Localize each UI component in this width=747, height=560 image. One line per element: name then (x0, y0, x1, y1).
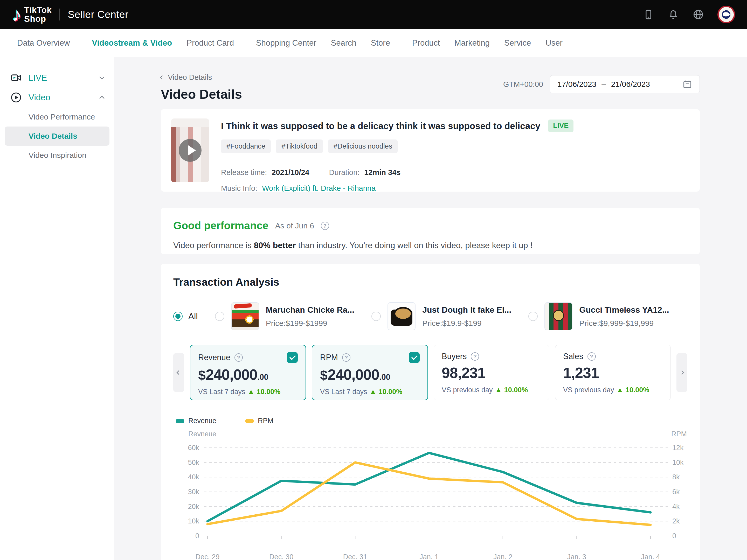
sidebar-item-video-inspiration[interactable]: Video Inspiration (0, 146, 114, 165)
account-avatar[interactable] (717, 6, 735, 23)
music-track-link[interactable]: Work (Explicit) ft. Drake - Rihanna (262, 184, 376, 193)
back-icon (160, 76, 164, 80)
nav-item-product-card[interactable]: Product Card (186, 38, 234, 48)
sidebar: LIVE Video Video Performance Video Detai… (0, 57, 114, 560)
filter-product-3[interactable]: Gucci Timeless YA12... Price:$9,999-$19,… (529, 302, 669, 330)
radio-product-3[interactable] (529, 312, 538, 321)
chevron-up-icon (99, 96, 105, 101)
svg-text:50k: 50k (188, 459, 199, 466)
metric-card-rpm[interactable]: RPM $240,000.00 VS Last 7 days 10.00% (312, 345, 428, 400)
nav-item-data-overview[interactable]: Data Overview (17, 38, 70, 48)
chart-legend: Revenue RPM (173, 417, 687, 425)
metric-change: 10.00% (379, 388, 403, 396)
nav-item-marketing[interactable]: Marketing (455, 38, 490, 48)
svg-text:Jan. 4: Jan. 4 (641, 553, 660, 560)
legend-entry-revenue[interactable]: Revenue (176, 417, 216, 425)
filter-product-2[interactable]: Just Dough It fake El... Price:$19.9-$19… (371, 302, 511, 330)
video-tags: #Fooddance #Tiktokfood #Delicious noodle… (221, 139, 689, 153)
metrics-scroll-left-button[interactable] (173, 353, 184, 392)
metric-value: 98,231 (442, 364, 541, 381)
help-icon[interactable] (342, 353, 351, 362)
music-info: Music Info: Work (Explicit) ft. Drake - … (221, 184, 689, 193)
product-name: Just Dough It fake El... (422, 305, 511, 315)
tag: #Delicious noodles (328, 139, 398, 153)
sidebar-item-video-details[interactable]: Video Details (5, 127, 109, 146)
chevron-down-icon (99, 74, 105, 80)
svg-text:10k: 10k (188, 517, 199, 525)
breadcrumb[interactable]: Video Details (161, 73, 242, 82)
help-icon[interactable] (588, 352, 596, 361)
radio-product-2[interactable] (371, 312, 381, 321)
sidebar-item-video-performance[interactable]: Video Performance (0, 107, 114, 127)
metric-value-decimals: .00 (379, 373, 390, 382)
nav-item-videostream-video[interactable]: Videostream & Video (92, 38, 172, 48)
chevron-left-icon (177, 371, 181, 375)
video-thumbnail[interactable] (171, 118, 209, 182)
metric-value-main: 240,000 (206, 366, 257, 383)
notification-bell-icon[interactable] (668, 9, 679, 20)
filter-product-1[interactable]: Maruchan Chicke Ra... Price:$199-$1999 (215, 302, 354, 330)
svg-text:Jan. 2: Jan. 2 (493, 553, 513, 560)
metric-label: Buyers (442, 352, 467, 361)
metric-checkbox-checked[interactable] (287, 352, 298, 363)
performance-rating: Good performance (173, 220, 268, 232)
nav-item-product[interactable]: Product (412, 38, 440, 48)
metric-value: $240,000.00 (198, 366, 298, 383)
sidebar-item-label: LIVE (28, 73, 47, 83)
page-head: Video Details Video Details GTM+00:00 17… (161, 73, 700, 102)
date-end: 21/06/2023 (611, 80, 650, 89)
nav-divider (401, 38, 401, 48)
video-summary-card: I Think it was supposed to be a delicacy… (161, 109, 700, 192)
svg-text:2k: 2k (672, 517, 680, 525)
nav-item-shopping-center[interactable]: Shopping Center (256, 38, 316, 48)
metric-label: RPM (320, 353, 338, 362)
nav-item-store[interactable]: Store (371, 38, 390, 48)
svg-text:RPM: RPM (671, 430, 687, 438)
help-icon[interactable] (471, 352, 479, 361)
svg-text:Dec. 31: Dec. 31 (343, 553, 367, 560)
video-play-icon (10, 92, 22, 103)
brand-bottom: Shop (24, 15, 52, 23)
duration-label: Duration: (329, 168, 360, 177)
help-icon[interactable] (234, 353, 243, 362)
nav-item-search[interactable]: Search (331, 38, 356, 48)
metrics-scroll-right-button[interactable] (676, 353, 687, 392)
metric-change: 10.00% (504, 386, 528, 394)
duration-value: 12min 34s (364, 168, 401, 177)
svg-text:4k: 4k (672, 503, 680, 510)
sidebar-item-video[interactable]: Video (0, 88, 114, 107)
date-range-picker[interactable]: 17/06/2023 – 21/06/2023 (550, 75, 700, 93)
help-icon[interactable] (321, 222, 329, 230)
metric-card-revenue[interactable]: Revenue $240,000.00 VS Last 7 days 10.00… (190, 345, 306, 400)
legend-label: Revenue (188, 417, 216, 425)
metric-card-buyers[interactable]: Buyers 98,231 VS previous day 10.00% (434, 345, 549, 400)
metric-checkbox-checked[interactable] (409, 352, 420, 363)
globe-language-icon[interactable] (693, 9, 704, 20)
chart-area: RevneueRPM60k12k50k10k40k8k30k6k20k4k10k… (173, 428, 687, 560)
metric-value-prefix: $ (320, 368, 328, 383)
app-header: ♪ TikTok Shop Seller Center (0, 0, 747, 29)
radio-product-1[interactable] (215, 312, 224, 321)
mobile-device-icon[interactable] (643, 9, 654, 20)
sidebar-item-live[interactable]: LIVE (0, 68, 114, 88)
radio-all[interactable] (173, 312, 183, 321)
breadcrumb-label: Video Details (168, 73, 212, 82)
nav-item-user[interactable]: User (545, 38, 562, 48)
release-time-label: Release time: (221, 168, 267, 177)
svg-text:0: 0 (195, 532, 199, 540)
nav-item-service[interactable]: Service (504, 38, 531, 48)
performance-text: Video performance is (173, 241, 254, 250)
svg-text:30k: 30k (188, 488, 199, 496)
metric-compare-label: VS previous day (442, 386, 493, 394)
tag: #Fooddance (221, 139, 271, 153)
timezone-label: GTM+00:00 (503, 80, 543, 89)
filter-all-option[interactable]: All (173, 311, 198, 321)
metric-label: Revenue (198, 353, 230, 362)
legend-entry-rpm[interactable]: RPM (246, 417, 274, 425)
svg-text:0: 0 (672, 532, 676, 540)
metric-value-main: 1,231 (563, 365, 599, 381)
metric-card-sales[interactable]: Sales 1,231 VS previous day 10.00% (555, 345, 671, 400)
svg-text:Dec. 29: Dec. 29 (195, 553, 220, 560)
svg-text:12k: 12k (672, 444, 684, 452)
play-icon[interactable] (179, 139, 202, 162)
